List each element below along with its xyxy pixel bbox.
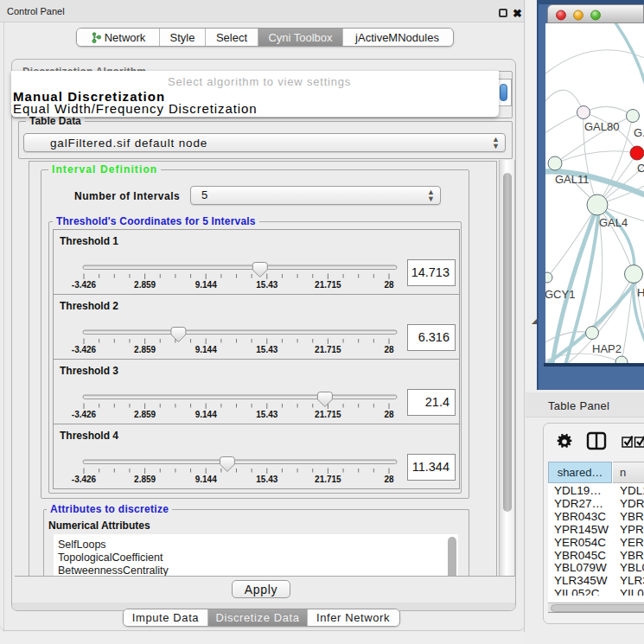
svg-text:2.859: 2.859 (134, 280, 156, 290)
svg-text:21.715: 21.715 (315, 280, 341, 290)
svg-text:GAL80: GAL80 (584, 120, 619, 133)
svg-text:-3.426: -3.426 (72, 280, 97, 290)
svg-text:GAL11: GAL11 (555, 173, 590, 186)
svg-text:28: 28 (384, 475, 394, 484)
svg-text:GCY1: GCY1 (545, 288, 575, 301)
svg-text:21.715: 21.715 (315, 345, 341, 354)
svg-text:-3.426: -3.426 (72, 410, 97, 419)
svg-text:C: C (637, 162, 644, 175)
svg-text:2.859: 2.859 (134, 475, 156, 484)
svg-text:28: 28 (384, 410, 394, 419)
svg-text:28: 28 (384, 345, 394, 354)
svg-text:15.43: 15.43 (256, 410, 277, 419)
svg-text:H: H (637, 286, 644, 299)
svg-text:2.859: 2.859 (134, 345, 156, 354)
svg-text:28: 28 (384, 280, 394, 290)
svg-text:9.144: 9.144 (195, 345, 217, 354)
svg-text:2.859: 2.859 (134, 410, 156, 419)
svg-text:-3.426: -3.426 (72, 345, 97, 354)
svg-text:9.144: 9.144 (195, 475, 217, 484)
svg-text:9.144: 9.144 (195, 280, 217, 290)
svg-text:15.43: 15.43 (256, 475, 277, 484)
svg-text:15.43: 15.43 (256, 280, 277, 290)
svg-text:15.43: 15.43 (256, 345, 277, 354)
svg-text:9.144: 9.144 (195, 410, 217, 419)
svg-text:-3.426: -3.426 (72, 475, 97, 484)
svg-text:21.715: 21.715 (315, 475, 341, 484)
svg-text:G.: G. (634, 126, 644, 139)
svg-text:21.715: 21.715 (315, 410, 341, 419)
svg-text:HAP2: HAP2 (592, 342, 622, 355)
svg-text:GAL4: GAL4 (599, 216, 628, 229)
